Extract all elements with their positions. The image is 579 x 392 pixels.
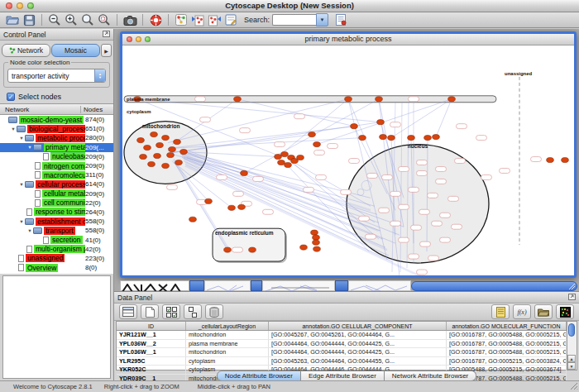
network-node[interactable] <box>547 157 554 162</box>
tree-item[interactable]: multi-organism pro42(0) <box>0 245 113 254</box>
select-nodes-checkbox[interactable]: ✓ <box>7 93 15 101</box>
disclosure-triangle-icon[interactable]: ▼ <box>10 127 17 131</box>
network-node[interactable] <box>154 153 161 158</box>
tree-item[interactable]: ▼metabolic process280(0) <box>0 133 113 142</box>
background-window-fragment[interactable] <box>189 280 204 291</box>
new-attribute-icon[interactable] <box>141 304 159 319</box>
network-node[interactable] <box>376 97 383 102</box>
tab-mosaic[interactable]: Mosaic <box>51 44 100 57</box>
float-panel-icon[interactable] <box>103 31 110 39</box>
network-node[interactable] <box>562 157 569 162</box>
network-node-label[interactable] <box>428 256 439 261</box>
network-node-label[interactable] <box>417 160 428 165</box>
network-node-label[interactable] <box>232 247 243 252</box>
table-cell[interactable]: cytoplasm <box>186 357 269 366</box>
network-node-label[interactable] <box>481 174 492 179</box>
tree-item[interactable]: cell communicat22(0) <box>0 198 113 208</box>
app-resize-grip[interactable] <box>569 381 578 392</box>
network-node-label[interactable] <box>399 204 409 209</box>
network-node-label[interactable] <box>399 237 409 242</box>
network-node-label[interactable] <box>233 191 244 196</box>
heatmap-icon[interactable] <box>556 304 574 319</box>
tree-item[interactable]: macromolecule311(0) <box>0 170 113 179</box>
table-column-header[interactable]: annotation.GO CELLULAR_COMPONENT <box>269 322 447 330</box>
network-node-label[interactable] <box>399 166 409 171</box>
network-node-label[interactable] <box>217 174 227 179</box>
network-node[interactable] <box>424 136 432 141</box>
import-attributes-icon[interactable] <box>333 12 349 27</box>
zoom-in-icon[interactable] <box>63 12 79 27</box>
tab-network[interactable]: Network <box>2 44 50 57</box>
network-node-label[interactable] <box>253 176 264 181</box>
network-node-label[interactable] <box>420 241 431 246</box>
table-cell[interactable]: [GO:0016787, GO:0005215, GO:0003824, G..… <box>447 357 567 366</box>
network-node[interactable] <box>313 235 320 240</box>
network-node-label[interactable] <box>167 184 178 189</box>
export-network-icon[interactable] <box>206 12 223 27</box>
network-node-label[interactable] <box>411 225 422 230</box>
network-node[interactable] <box>162 136 170 141</box>
table-column-header[interactable]: ID <box>117 322 186 330</box>
background-window-fragment[interactable] <box>251 280 262 291</box>
tree-item[interactable]: cellular metabo209(0) <box>0 189 113 198</box>
import-attributes-folder-icon[interactable] <box>534 304 553 319</box>
network-node-label[interactable] <box>409 254 419 259</box>
tree-item[interactable]: ▼cellular process614(0) <box>0 179 113 189</box>
tree-item[interactable]: nitrogen compo209(0) <box>0 161 113 170</box>
table-cell[interactable]: [GO:0016787, GO:0005488, GO:0005215, G..… <box>447 340 567 348</box>
network-node[interactable] <box>169 146 176 151</box>
unselect-attributes-icon[interactable] <box>184 304 202 319</box>
network-node-label[interactable] <box>457 124 467 129</box>
network-node[interactable] <box>228 205 236 210</box>
tree-item[interactable]: unassigned223(0) <box>0 254 113 263</box>
network-node[interactable] <box>174 139 181 144</box>
network-node[interactable] <box>313 141 321 146</box>
table-cell[interactable]: [GO:0044464, GO:0044444, GO:0044425, G..… <box>269 348 447 356</box>
tree-column-network[interactable]: Network <box>0 106 80 113</box>
network-node[interactable] <box>313 246 321 251</box>
compartment-plasma-membrane[interactable] <box>124 96 496 103</box>
network-node-label[interactable] <box>455 159 466 164</box>
help-icon[interactable] <box>147 12 164 27</box>
network-node[interactable] <box>140 154 147 159</box>
table-cell[interactable]: [GO:0045267, GO:0045261, GO:0044464, G..… <box>269 331 447 339</box>
network-node-label[interactable] <box>448 196 459 201</box>
network-window-titlebar[interactable]: primary metabolic process <box>122 34 574 45</box>
network-node-label[interactable] <box>436 179 447 184</box>
table-row[interactable]: YPL036W__2plasma membrane[GO:0044464, GO… <box>117 340 567 349</box>
background-window-fragment[interactable] <box>204 280 251 291</box>
table-cell[interactable]: [GO:0044464, GO:0044444, GO:0044425, G..… <box>269 340 447 348</box>
network-node-label[interactable] <box>382 174 393 179</box>
background-window-fragment[interactable] <box>262 280 335 291</box>
network-node-label[interactable] <box>390 122 401 127</box>
open-icon[interactable] <box>4 12 21 27</box>
network-node-label[interactable] <box>436 166 447 171</box>
table-scrollbar[interactable]: ▲ ▼ <box>567 322 577 370</box>
background-window-fragment[interactable] <box>335 280 348 291</box>
network-node-label[interactable] <box>531 157 542 162</box>
network-node-label[interactable] <box>379 208 390 213</box>
snapshot-icon[interactable] <box>122 12 138 27</box>
table-cell[interactable]: YJR121W__1 <box>117 331 186 339</box>
network-node[interactable] <box>148 161 156 166</box>
float-panel-icon[interactable] <box>568 294 576 302</box>
network-node-label[interactable] <box>390 221 401 226</box>
tree-item[interactable]: response to stimulu264(0) <box>0 208 113 217</box>
network-node-label[interactable] <box>390 191 401 196</box>
table-column-header[interactable]: _cellularLayoutRegion <box>186 322 269 330</box>
network-node-label[interactable] <box>440 213 451 218</box>
network-node[interactable] <box>377 120 385 125</box>
background-window-fragment[interactable] <box>411 281 577 291</box>
tree-item[interactable]: ▼primary metabo209(... <box>0 143 113 152</box>
network-node-label[interactable] <box>275 142 285 147</box>
table-cell[interactable]: [GO:0016787, GO:0005488, GO:0005215, G..… <box>447 331 567 339</box>
network-node[interactable] <box>285 162 292 167</box>
network-node-label[interactable] <box>263 209 274 214</box>
tab-overflow-button[interactable]: ▶ <box>101 44 112 57</box>
network-node-label[interactable] <box>328 144 338 149</box>
network-node-label[interactable] <box>500 168 510 173</box>
select-attributes-icon[interactable] <box>119 304 137 319</box>
network-node[interactable] <box>311 230 318 235</box>
network-node[interactable] <box>156 142 164 147</box>
import-network-icon[interactable] <box>189 12 206 27</box>
